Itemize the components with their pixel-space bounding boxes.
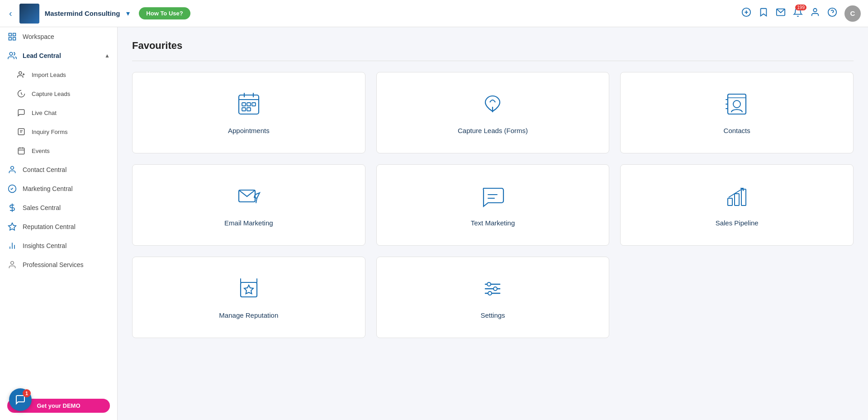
card-manage-reputation[interactable]: Manage Reputation [132,257,365,338]
manage-reputation-icon [236,276,261,303]
sidebar: Workspace Lead Central ▲ Import Leads [0,27,118,420]
bookmark-icon[interactable] [759,7,768,19]
svg-point-12 [19,72,22,74]
svg-rect-40 [728,94,746,114]
card-contacts[interactable]: Contacts [620,72,854,153]
sidebar-item-capture-leads[interactable]: Capture Leads [9,84,117,103]
card-email-marketing[interactable]: Email Marketing [132,164,365,246]
lead-central-icon [7,51,17,61]
contact-central-label: Contact Central [23,166,66,173]
svg-line-47 [256,198,257,203]
svg-rect-34 [242,103,246,106]
workspace-label: Workspace [23,33,54,40]
sidebar-item-reputation-central[interactable]: Reputation Central [0,217,117,236]
appointments-icon [236,91,261,119]
add-icon[interactable] [741,7,751,19]
inquiry-forms-icon [16,127,26,137]
email-marketing-icon [236,184,261,211]
inquiry-forms-label: Inquiry Forms [32,129,67,135]
capture-leads-icon [16,89,26,99]
lead-central-label: Lead Central [23,52,61,59]
sidebar-item-events[interactable]: Events [9,141,117,160]
svg-rect-51 [735,194,739,205]
manage-reputation-label: Manage Reputation [219,311,278,319]
card-appointments[interactable]: Appointments [132,72,365,153]
svg-point-42 [733,100,740,108]
howto-button[interactable]: How To Use? [139,7,190,19]
notification-badge: 199 [795,5,806,10]
sidebar-item-insights-central[interactable]: Insights Central [0,236,117,255]
svg-rect-7 [9,33,12,36]
svg-rect-38 [247,108,251,111]
text-marketing-label: Text Marketing [471,219,515,227]
sidebar-item-sales-central[interactable]: Sales Central [0,198,117,217]
user-icon[interactable] [810,7,820,19]
chat-bubble[interactable]: 1 [9,388,32,411]
title-divider [132,61,854,61]
sales-pipeline-icon [724,184,749,211]
topnav: ‹ Mastermind Consulting ▾ How To Use? 19… [0,0,868,27]
capture-leads-label: Capture Leads [32,91,70,97]
svg-rect-36 [252,103,256,106]
svg-rect-9 [13,38,16,40]
settings-label: Settings [480,311,505,319]
svg-rect-52 [741,189,746,205]
svg-rect-35 [247,103,251,106]
svg-rect-50 [728,198,732,205]
marketing-central-label: Marketing Central [23,185,73,192]
svg-rect-18 [18,148,24,154]
main-content: Favourites [118,27,868,420]
svg-point-62 [488,291,492,295]
contacts-label: Contacts [724,127,750,134]
company-logo [19,4,39,24]
help-icon[interactable] [827,7,837,19]
card-sales-pipeline[interactable]: Sales Pipeline [620,164,854,246]
live-chat-label: Live Chat [32,110,57,116]
back-button[interactable]: ‹ [7,6,14,20]
import-leads-icon [16,70,26,80]
sidebar-item-professional-services[interactable]: Professional Services [0,255,117,274]
sidebar-item-workspace[interactable]: Workspace [0,27,117,46]
svg-point-61 [493,287,497,291]
company-name: Mastermind Consulting [45,10,120,17]
card-settings[interactable]: Settings [376,257,610,338]
page-title: Favourites [132,40,854,52]
settings-icon [480,276,505,303]
professional-services-label: Professional Services [23,261,84,268]
svg-point-11 [9,52,13,56]
svg-rect-37 [242,108,246,111]
import-leads-label: Import Leads [32,72,66,78]
sidebar-section-lead-central[interactable]: Lead Central ▲ [0,46,117,65]
reputation-central-label: Reputation Central [23,223,76,230]
card-capture-leads-forms[interactable]: Capture Leads (Forms) [376,72,610,153]
chat-bubble-badge: 1 [23,389,31,397]
sidebar-item-contact-central[interactable]: Contact Central [0,160,117,179]
svg-rect-8 [13,33,16,36]
sales-central-label: Sales Central [23,204,61,211]
favourites-grid: Appointments Capture Leads (Forms) [132,72,854,338]
sidebar-item-marketing-central[interactable]: Marketing Central [0,179,117,198]
live-chat-icon [16,108,26,118]
company-dropdown-icon[interactable]: ▾ [126,9,130,18]
card-text-marketing[interactable]: Text Marketing [376,164,610,246]
contacts-icon [724,91,749,119]
mail-icon[interactable] [776,7,786,19]
sidebar-item-import-leads[interactable]: Import Leads [9,65,117,84]
sidebar-item-inquiry-forms[interactable]: Inquiry Forms [9,122,117,141]
svg-point-22 [11,167,14,170]
notification-icon[interactable]: 199 [793,7,803,19]
topnav-icons: 199 C [741,5,861,22]
capture-leads-forms-icon [480,91,505,119]
capture-leads-forms-label: Capture Leads (Forms) [458,127,528,134]
svg-marker-25 [9,223,16,230]
events-icon [16,146,26,156]
sales-central-icon [7,203,17,213]
svg-point-4 [813,9,816,12]
svg-point-60 [487,282,491,286]
sales-pipeline-label: Sales Pipeline [716,219,759,227]
events-label: Events [32,148,50,154]
avatar[interactable]: C [844,5,861,22]
svg-marker-54 [244,285,253,294]
reputation-central-icon [7,222,17,232]
sidebar-item-live-chat[interactable]: Live Chat [9,103,117,122]
